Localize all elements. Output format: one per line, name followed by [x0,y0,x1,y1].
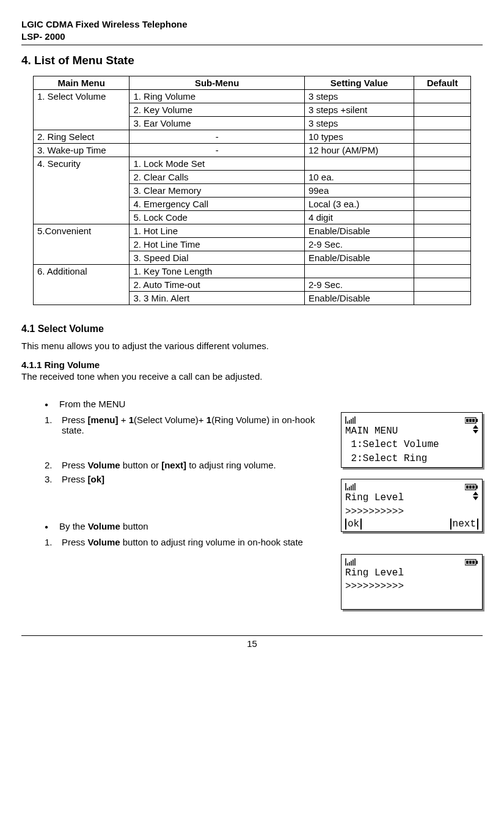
cell-default [414,144,471,157]
cell-default [414,265,471,278]
svg-rect-10 [469,486,472,489]
cell-main: 3. Wake-up Time [33,144,130,157]
cell-value [304,157,414,171]
cell-sub: 3. Clear Memory [130,184,305,198]
cell-default [414,278,471,292]
table-row: 6. Additional1. Key Tone Length [33,265,470,278]
table-row: 2. Ring Select-10 types [33,130,470,144]
lcd-text: >>>>>>>>>> [345,505,404,519]
bullet-icon: ● [45,399,59,411]
sec-4-1-text: This menu allows you to adjust the vario… [21,341,483,351]
th-setting-value: Setting Value [304,76,414,90]
updown-icon [473,491,478,504]
footer-rule [21,635,483,636]
svg-rect-16 [466,561,469,564]
step-3-text: Press [ok] [62,474,321,484]
step-2-num: 2. [45,460,62,470]
cell-sub: 2. Clear Calls [130,171,305,184]
svg-rect-4 [472,419,475,422]
sec-4-1-title: 4.1 Select Volume [21,323,483,334]
header-line1: LGIC CDMA Fixed Wireless Telephone [21,18,483,31]
lcd-text: >>>>>>>>>> [345,580,404,593]
cell-default [414,171,471,184]
lcd-text: Ring Level [345,491,404,504]
svg-rect-11 [472,486,475,489]
cell-value: 2-9 Sec. [304,238,414,251]
cell-value: Enable/Disable [304,251,414,265]
lcd-text: 1:Select Volume [345,438,439,451]
cell-main: 5.Convenient [33,224,130,265]
cell-value: 2-9 Sec. [304,278,414,292]
bv-step-1-num: 1. [45,537,62,547]
cell-value: 4 digit [304,211,414,224]
svg-marker-6 [473,430,478,434]
by-volume-label: By the Volume button [59,521,321,531]
cell-value: Enable/Disable [304,292,414,305]
cell-sub: 1. Lock Mode Set [130,157,305,171]
cell-default [414,90,471,103]
battery-icon [465,481,478,490]
cell-value: 3 steps +silent [304,103,414,117]
cell-value: 3 steps [304,117,414,130]
table-row: 4. Security1. Lock Mode Set [33,157,470,171]
cell-default [414,211,471,224]
cell-default [414,251,471,265]
lcd-text: Ring Level [345,566,404,580]
step-1-num: 1. [45,415,62,425]
table-row: 1. Select Volume1. Ring Volume3 steps [33,90,470,103]
cell-sub: - [130,144,305,157]
cell-sub: 2. Hot Line Time [130,238,305,251]
cell-sub: 5. Lock Code [130,211,305,224]
cell-default [414,130,471,144]
th-main-menu: Main Menu [33,76,130,90]
lcd-text: MAIN MENU [345,424,398,438]
svg-rect-18 [472,561,475,564]
step-1: 1. Press [menu] + 1(Select Volume)+ 1(Ri… [45,415,321,435]
svg-rect-17 [469,561,472,564]
cell-value: 99ea [304,184,414,198]
cell-sub: 3. Speed Dial [130,251,305,265]
cell-sub: 3. Ear Volume [130,117,305,130]
cell-sub: 2. Key Volume [130,103,305,117]
cell-default [414,238,471,251]
svg-marker-12 [473,492,478,495]
cell-default [414,103,471,117]
lcd-text: 2:Select Ring [345,452,427,465]
cell-value [304,265,414,278]
cell-value: 10 types [304,130,414,144]
cell-sub: 1. Key Tone Length [130,265,305,278]
bullet-icon: ● [45,521,59,533]
cell-value: Local (3 ea.) [304,198,414,211]
softkey-ok: ok [345,519,362,530]
cell-value: 10 ea. [304,171,414,184]
bv-step-1: 1. Press Volume button to adjust ring vo… [45,537,321,547]
from-menu-label: From the MENU [59,399,321,409]
svg-marker-5 [473,425,478,429]
section-title: 4. List of Menu State [21,54,483,67]
cell-default [414,117,471,130]
svg-rect-8 [476,486,478,489]
svg-rect-2 [466,419,469,422]
cell-value: 3 steps [304,90,414,103]
signal-icon [345,556,357,565]
svg-rect-1 [476,419,478,422]
cell-default [414,157,471,171]
table-row: 3. Wake-up Time-12 hour (AM/PM) [33,144,470,157]
step-3: 3. Press [ok] [45,474,321,484]
th-default: Default [414,76,471,90]
cell-value: Enable/Disable [304,224,414,238]
th-sub-menu: Sub-Menu [130,76,305,90]
svg-marker-13 [473,497,478,500]
menu-state-table: Main Menu Sub-Menu Setting Value Default… [33,76,471,305]
svg-rect-3 [469,419,472,422]
cell-sub: 3. 3 Min. Alert [130,292,305,305]
step-2: 2. Press Volume button or [next] to adju… [45,460,321,470]
lcd-ring-level-1: Ring Level >>>>>>>>>> ok next [341,479,483,532]
cell-sub: 4. Emergency Call [130,198,305,211]
cell-default [414,184,471,198]
signal-icon [345,481,357,490]
step-2-text: Press Volume button or [next] to adjust … [62,460,321,470]
updown-icon [473,424,478,438]
sec-4-1-1-title: 4.1.1 Ring Volume [21,360,483,370]
softkey-next: next [450,519,478,530]
